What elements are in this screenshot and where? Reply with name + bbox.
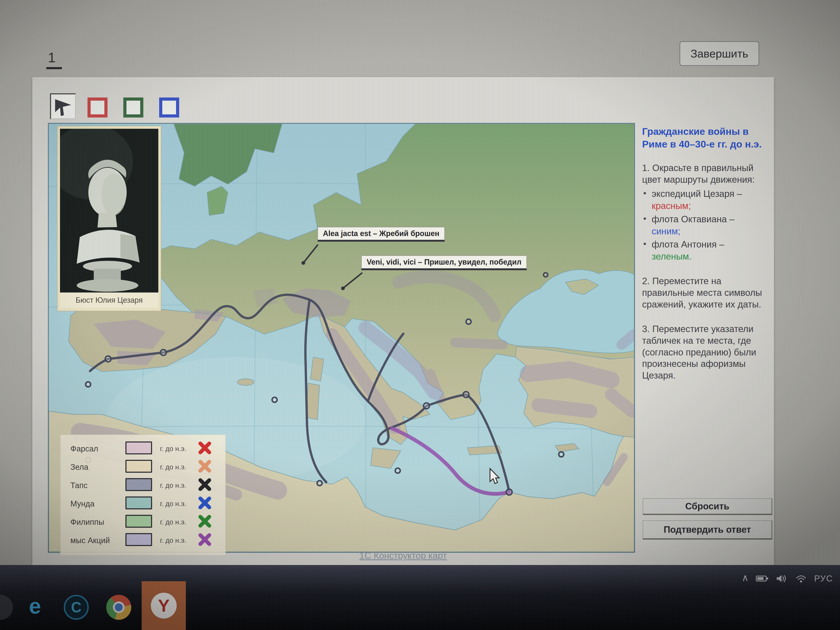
date-suffix: г. до н.э. — [160, 518, 186, 526]
confirm-answer-button[interactable]: Подтвердить ответ — [643, 520, 772, 540]
battle-name: Филиппы — [70, 518, 104, 527]
battle-year-input[interactable] — [125, 442, 152, 455]
volume-icon[interactable] — [776, 574, 788, 583]
battle-symbol-icon[interactable] — [198, 441, 212, 455]
battle-symbol-icon[interactable] — [198, 459, 212, 474]
battle-legend: Фарсал г. до н.э. Зела г. до н.э. Тапс г… — [60, 434, 226, 556]
battle-name: Тапс — [70, 481, 87, 490]
task1-intro: 1. Окрасьте в правильный цвет маршруты д… — [642, 162, 767, 185]
date-suffix: г. до н.э. — [160, 537, 186, 545]
chrome-browser-icon[interactable] — [106, 595, 131, 620]
red-color-tool[interactable] — [87, 98, 107, 117]
task1-item-caesar: экспедиций Цезаря – красным; — [642, 188, 767, 212]
date-suffix: г. до н.э. — [160, 482, 186, 489]
callout-alea-jacta-est[interactable]: Alea jacta est – Жребий брошен — [317, 227, 445, 242]
legend-row: Филиппы г. до н.э. — [60, 513, 226, 531]
battle-name: Фарсал — [70, 444, 98, 453]
yandex-browser-icon-active[interactable]: Y — [142, 581, 186, 630]
task1-item-text: флота Октавиана – — [652, 214, 734, 224]
language-indicator[interactable]: РУС — [814, 573, 833, 584]
date-suffix: г. до н.э. — [160, 500, 186, 508]
system-tray: ∧ РУС — [742, 571, 833, 586]
reset-button[interactable]: Сбросить — [643, 498, 772, 515]
battle-name: мыс Акций — [70, 536, 110, 545]
task1-item-octavian: флота Октавиана – синим; — [642, 213, 767, 237]
battle-symbol-icon[interactable] — [198, 533, 212, 547]
callout-veni-vidi-vici[interactable]: Veni, vidi, vici – Пришел, увидел, побед… — [361, 256, 527, 270]
blue-color-tool[interactable] — [159, 98, 179, 117]
task1-item-text: экспедиций Цезаря – — [652, 188, 742, 199]
legend-row: Фарсал г. до н.э. — [60, 440, 226, 458]
page-number: 1 — [46, 50, 62, 69]
battle-symbol-icon[interactable] — [198, 478, 212, 492]
interactive-map[interactable]: Бюст Юлия Цезаря Alea jacta est – Жребий… — [48, 123, 635, 553]
cursor-arrow-icon — [52, 95, 74, 118]
battle-symbol-icon[interactable] — [198, 496, 212, 510]
legend-row: Мунда г. до н.э. — [60, 495, 226, 513]
task1-item-antony: флота Антония – зеленым. — [642, 238, 767, 262]
green-color-tool[interactable] — [123, 98, 143, 117]
task2-text: 2. Переместите на правильные места симво… — [642, 275, 767, 310]
battle-year-input[interactable] — [125, 478, 152, 491]
color-word-red: красным; — [652, 200, 767, 212]
photographed-screen: 1 Завершить — [0, 0, 840, 630]
instructions-panel: Гражданские войны в Риме в 40–30-е гг. д… — [642, 125, 767, 381]
color-word-green: зеленым. — [652, 251, 767, 262]
caesar-bust-photo — [60, 129, 158, 292]
battle-symbol-icon[interactable] — [198, 515, 212, 529]
battle-year-input[interactable] — [125, 496, 152, 509]
task1-item-text: флота Антония – — [652, 239, 724, 249]
color-word-blue: синим; — [652, 226, 767, 237]
exercise-title: Гражданские войны в Риме в 40–30-е гг. д… — [642, 125, 765, 150]
wifi-icon[interactable] — [795, 574, 807, 583]
chrome-inner — [113, 602, 125, 613]
legend-row: Зела г. до н.э. — [60, 458, 226, 476]
tray-expand-icon[interactable]: ∧ — [742, 572, 749, 583]
cursor-tool-button[interactable] — [50, 93, 76, 119]
legend-row: Тапс г. до н.э. — [60, 477, 226, 494]
battery-icon[interactable] — [756, 575, 769, 582]
battle-name: Зела — [70, 463, 88, 472]
battle-year-input[interactable] — [125, 533, 152, 546]
battle-name: Мунда — [70, 499, 95, 508]
battle-year-input[interactable] — [125, 515, 152, 528]
c-app-icon[interactable]: C — [64, 595, 89, 620]
edge-browser-icon[interactable]: e — [22, 595, 47, 620]
task3-text: 3. Переместите указатели табличек на те … — [642, 323, 767, 381]
date-suffix: г. до н.э. — [160, 445, 186, 453]
finish-button[interactable]: Завершить — [680, 41, 759, 66]
bust-caption: Бюст Юлия Цезаря — [60, 292, 158, 308]
caesar-bust-card: Бюст Юлия Цезаря — [57, 126, 161, 311]
legend-row: мыс Акций г. до н.э. — [60, 532, 226, 549]
battle-year-input[interactable] — [125, 460, 152, 473]
date-suffix: г. до н.э. — [160, 463, 186, 471]
